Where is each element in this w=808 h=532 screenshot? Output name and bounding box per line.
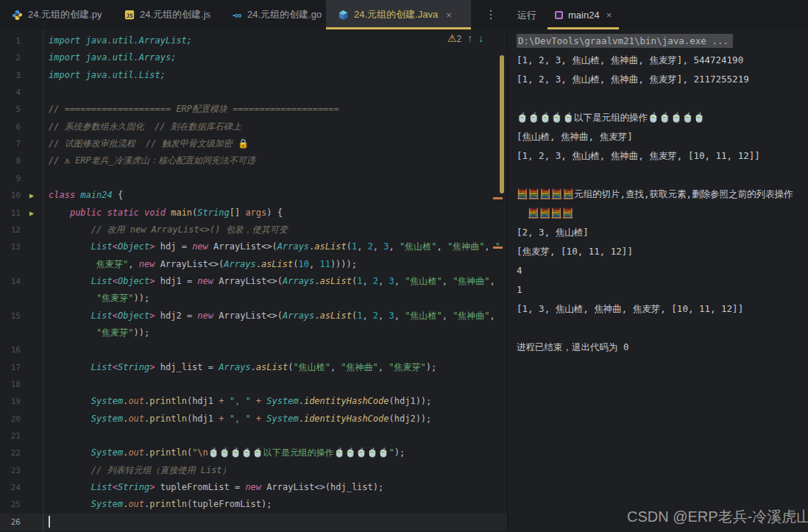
- code-line[interactable]: 2import java.util.Arrays;: [0, 49, 507, 66]
- scrollbar-change-stripe[interactable]: [500, 55, 504, 194]
- more-options-icon[interactable]: ⋮: [483, 6, 499, 24]
- code-line[interactable]: 5// ==================== ERP配置模块 =======…: [0, 101, 507, 118]
- line-number: 26: [0, 514, 21, 531]
- console-line: [2, 3, 焦山楂]: [508, 223, 808, 242]
- code-text: "焦麦芽"));: [49, 290, 507, 307]
- code-line[interactable]: 18: [0, 376, 507, 393]
- code-line[interactable]: 1import java.util.ArrayList;: [0, 32, 507, 49]
- console-line: 🧮🧮🧮🧮: [508, 204, 808, 223]
- console-line: [1, 2, 3, 焦山楂, 焦神曲, 焦麦芽], 2117255219: [508, 70, 808, 89]
- code-line[interactable]: 16: [0, 341, 507, 358]
- tab-label: 24.元组的创建.go: [247, 8, 322, 21]
- code-line[interactable]: 8// ⚠ ERP老兵_冷溪虎山：核心配置如同宪法不可违: [0, 152, 507, 169]
- tab-file-js[interactable]: JS 24.元组的创建.js: [112, 0, 219, 29]
- code-line[interactable]: 19 System.out.println(hdj1 + ", " + Syst…: [0, 393, 507, 410]
- line-number: 20: [0, 411, 21, 428]
- code-text: // ⚠ ERP老兵_冷溪虎山：核心配置如同宪法不可违: [49, 152, 507, 169]
- code-line[interactable]: 9: [0, 170, 507, 187]
- code-text: System.out.println(hdj1 + ", " + System.…: [49, 393, 507, 410]
- code-line[interactable]: 14 List<Object> hdj1 = new ArrayList<>(A…: [0, 273, 507, 290]
- run-line-icon[interactable]: ▶: [21, 187, 43, 204]
- python-file-icon: [12, 10, 23, 21]
- code-line[interactable]: 10▶class main24 {: [0, 187, 507, 204]
- code-text: // 系统参数组永久固化 // 刻在数据库石碑上: [49, 118, 507, 135]
- warning-count: 2: [457, 34, 462, 44]
- line-number: 9: [0, 170, 21, 187]
- close-icon[interactable]: ×: [606, 10, 612, 21]
- code-text: import java.util.List;: [49, 67, 507, 84]
- warning-stripe-mark[interactable]: [493, 247, 503, 249]
- line-number: 22: [0, 444, 21, 461]
- code-line[interactable]: 焦麦芽", new ArrayList<>(Arrays.asList(10, …: [0, 256, 507, 273]
- code-editor[interactable]: 1import java.util.ArrayList;2import java…: [0, 29, 507, 532]
- run-panel-title: 运行: [517, 9, 536, 22]
- line-number: 25: [0, 496, 21, 513]
- warning-stripe-mark[interactable]: [493, 197, 503, 199]
- code-line[interactable]: 24 List<String> tupleFromList = new Arra…: [0, 479, 507, 496]
- line-number: 15: [0, 308, 21, 324]
- tab-file-java[interactable]: 24.元组的创建.Java ×: [326, 0, 471, 29]
- line-number: 11: [0, 205, 21, 221]
- code-text: System.out.println(hdj1 + ", " + System.…: [49, 411, 507, 428]
- code-line[interactable]: 26: [0, 514, 507, 531]
- console-line: 1: [508, 280, 808, 299]
- console-line: [1, 2, 3, 焦山楂, 焦神曲, 焦麦芽, [10, 11, 12]]: [508, 146, 808, 166]
- code-text: 焦麦芽", new ArrayList<>(Arrays.asList(10, …: [49, 256, 507, 273]
- line-number: 21: [0, 428, 21, 444]
- code-line[interactable]: 6// 系统参数组永久固化 // 刻在数据库石碑上: [0, 118, 507, 135]
- code-text: import java.util.Arrays;: [49, 49, 507, 66]
- run-console[interactable]: D:\DevTools\graalvm21\bin\java.exe ...[1…: [507, 29, 808, 532]
- line-number: 24: [0, 479, 21, 496]
- code-line[interactable]: 22 System.out.println("\n🍵🍵🍵🍵🍵以下是元组的操作🍵🍵…: [0, 444, 507, 461]
- line-number: 3: [0, 67, 21, 84]
- code-line[interactable]: 20 System.out.println(hdj1 + ", " + Syst…: [0, 411, 507, 428]
- code-line[interactable]: 4: [0, 84, 507, 101]
- run-line-icon[interactable]: ▶: [21, 205, 43, 221]
- text-caret: [49, 516, 50, 528]
- next-problem-icon[interactable]: ↓: [478, 32, 483, 44]
- line-number: 8: [0, 152, 21, 169]
- tab-file-go[interactable]: -∞ 24.元组的创建.go: [219, 0, 326, 29]
- prev-problem-icon[interactable]: ↑: [467, 32, 472, 44]
- line-number: 13: [0, 238, 21, 255]
- code-line[interactable]: 23 // 列表转元组（直接使用 List）: [0, 462, 507, 479]
- tab-run-main24[interactable]: main24 ×: [547, 0, 619, 29]
- console-command-line: D:\DevTools\graalvm21\bin\java.exe ...: [517, 34, 733, 48]
- code-line[interactable]: 12 // 改用 new ArrayList<>() 包装，使其可变: [0, 221, 507, 238]
- line-number: 1: [0, 32, 21, 49]
- console-line: 进程已结束，退出代码为 0: [508, 338, 808, 357]
- code-text: System.out.println(tupleFromList);: [49, 496, 507, 513]
- code-text: List<Object> hdj1 = new ArrayList<>(Arra…: [49, 273, 507, 290]
- console-line: [焦麦芽, [10, 11, 12]]: [508, 242, 808, 261]
- line-number: 4: [0, 84, 21, 101]
- javascript-file-icon: JS: [124, 10, 135, 21]
- code-line[interactable]: "焦麦芽"));: [0, 290, 507, 307]
- tab-file-py[interactable]: 24.元组的创建.py: [0, 0, 112, 29]
- tab-label: 24.元组的创建.py: [28, 8, 102, 21]
- line-number: 2: [0, 49, 21, 66]
- code-text: // 改用 new ArrayList<>() 包装，使其可变: [49, 221, 507, 238]
- code-line[interactable]: 13 List<Object> hdj = new ArrayList<>(Ar…: [0, 238, 507, 255]
- line-number: 7: [0, 135, 21, 152]
- svg-text:JS: JS: [126, 13, 132, 19]
- code-line[interactable]: 15 List<Object> hdj2 = new ArrayList<>(A…: [0, 308, 507, 324]
- code-line[interactable]: 11▶ public static void main(String[] arg…: [0, 205, 507, 221]
- editor-tab-bar: 24.元组的创建.py JS 24.元组的创建.js -∞ 24.元组的创建.g…: [0, 0, 808, 29]
- console-line: 🍵🍵🍵🍵🍵以下是元组的操作🍵🍵🍵🍵🍵: [508, 108, 808, 127]
- inspection-widget[interactable]: ⚠2 ↑ ↓: [447, 32, 483, 44]
- close-icon[interactable]: ×: [446, 10, 452, 21]
- code-line[interactable]: 7// 试图修改审批流程 // 触发甲骨文级加密 🔒: [0, 135, 507, 152]
- code-text: List<Object> hdj = new ArrayList<>(Array…: [49, 238, 507, 255]
- code-text: List<Object> hdj2 = new ArrayList<>(Arra…: [49, 308, 507, 324]
- go-file-icon: -∞: [231, 10, 242, 21]
- code-line[interactable]: 21: [0, 428, 507, 444]
- console-line: [508, 319, 808, 338]
- code-line[interactable]: "焦麦芽"));: [0, 324, 507, 341]
- console-line: D:\DevTools\graalvm21\bin\java.exe ...: [508, 32, 808, 51]
- code-line[interactable]: 3import java.util.List;: [0, 67, 507, 84]
- code-line[interactable]: 17 List<String> hdj_list = Arrays.asList…: [0, 359, 507, 376]
- code-line[interactable]: 25 System.out.println(tupleFromList);: [0, 496, 507, 513]
- code-text: import java.util.ArrayList;: [49, 32, 507, 49]
- code-text: [49, 514, 507, 531]
- line-number: 18: [0, 376, 21, 393]
